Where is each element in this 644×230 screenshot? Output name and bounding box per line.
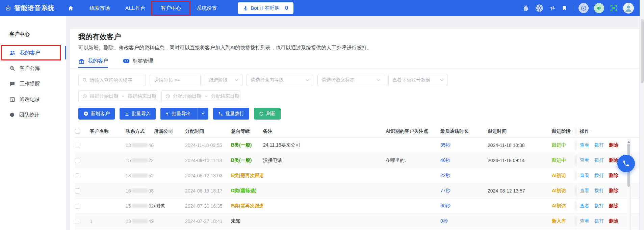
sidebar-item-call-records[interactable]: 通话记录 (0, 92, 66, 107)
upload-icon (165, 111, 170, 116)
screen: 智能语音系统 线索市场 AI工作台 客户中心 系统设置 Bot 正在呼叫 0 (0, 0, 644, 230)
assign-date-range-picker[interactable]: 分配开始日期 - 分配结束日期 (161, 90, 240, 102)
nav-item-ai-workbench[interactable]: AI工作台 (125, 5, 145, 11)
sidebar-item-label: 团队统计 (19, 112, 40, 118)
cell-phone: 16082 (126, 188, 154, 194)
floating-phone-button[interactable] (617, 155, 635, 172)
dial-link[interactable]: 拨打 (594, 203, 604, 209)
view-link[interactable]: 查看 (580, 142, 589, 148)
row-checkbox[interactable] (75, 173, 80, 178)
nav-item-customer-center[interactable]: 客户中心 (161, 5, 181, 11)
date-end-placeholder: 分配结束日期 (211, 93, 239, 99)
batch-export-button[interactable]: 批量导出 (160, 108, 208, 120)
semantic-tag-select[interactable]: 请选择语义标签 (317, 74, 384, 86)
intent-grade-select[interactable]: 请选择意向等级 (247, 74, 313, 86)
bot-calling-count: 0 (285, 5, 288, 11)
aperture-icon[interactable] (535, 4, 544, 12)
customers-tab-icon (78, 58, 85, 64)
delete-link[interactable]: 删除 (609, 188, 618, 194)
transfer-arrows-icon[interactable] (549, 5, 556, 11)
add-customer-button[interactable]: 新增客户 (78, 108, 115, 120)
view-link[interactable]: 查看 (580, 188, 589, 194)
browser-scrollbar[interactable] (640, 0, 644, 230)
row-checkbox[interactable] (75, 188, 80, 194)
delete-link[interactable]: 删除 (609, 203, 618, 209)
phone-redaction-blur (132, 204, 148, 208)
row-checkbox[interactable] (75, 143, 80, 148)
row-checkbox[interactable] (75, 158, 80, 163)
cell-note: 没接电话 (263, 157, 386, 163)
nav-divider (573, 5, 573, 11)
bookmark-icon[interactable] (561, 5, 567, 11)
subaccount-data-select[interactable]: 查看下级账号数据 (388, 74, 448, 86)
cell-intent-grade: E类(需再次跟进) (231, 203, 263, 209)
scrollbar-up-arrow[interactable] (627, 141, 630, 143)
cell-last-call-duration[interactable]: 60秒 (440, 203, 488, 209)
nav-item-system-settings[interactable]: 系统设置 (197, 5, 217, 11)
delete-link[interactable]: 删除 (609, 218, 618, 224)
bot-calling-button[interactable]: Bot 正在呼叫 0 (238, 2, 293, 14)
cell-last-call-duration[interactable]: 77秒 (440, 188, 488, 194)
phone-prefix: 13 (126, 143, 131, 148)
col-header-last-call-duration: 最后通话时长 (440, 128, 488, 134)
nav-item-leads-market[interactable]: 线索市场 (89, 5, 110, 11)
follow-date-range-picker[interactable]: 跟进开始日期 - 跟进结束日期 (78, 90, 157, 102)
view-link[interactable]: 查看 (580, 157, 589, 163)
fullscreen-icon[interactable] (610, 4, 618, 12)
col-header-phone: 联系方式 (126, 128, 154, 134)
delete-link[interactable]: 删除 (609, 142, 618, 148)
view-link[interactable]: 查看 (580, 173, 589, 179)
user-avatar[interactable] (623, 3, 634, 14)
dial-link[interactable]: 拨打 (594, 142, 604, 148)
compass-icon[interactable] (578, 3, 589, 13)
chevron-down-icon (440, 79, 444, 81)
sidebar-menu: 我的客户 客户公海 工作提醒 通话记录 (0, 45, 66, 123)
col-header-note: 备注 (263, 128, 386, 134)
search-icon (82, 78, 87, 82)
home-icon[interactable] (68, 5, 74, 11)
cell-last-call-duration[interactable]: 35秒 (440, 142, 488, 148)
delete-link[interactable]: 删除 (609, 157, 618, 163)
dial-link[interactable]: 拨打 (594, 157, 604, 163)
browser-scrollbar-thumb[interactable] (641, 19, 644, 83)
phone-suffix: 520 (149, 173, 154, 178)
users-icon (9, 50, 16, 55)
sidebar-item-team-stats[interactable]: 团队统计 (0, 107, 66, 123)
phone-redaction-blur (132, 158, 148, 162)
sidebar-item-work-reminder[interactable]: 工作提醒 (0, 76, 66, 92)
main-nav: 线索市场 AI工作台 客户中心 系统设置 (74, 5, 217, 11)
row-checkbox[interactable] (75, 204, 80, 209)
export-dropdown-caret[interactable] (198, 108, 208, 120)
call-duration-input[interactable] (150, 74, 201, 86)
robot-icon[interactable] (522, 4, 530, 12)
delete-link[interactable]: 删除 (609, 173, 618, 179)
phone-suffix: 220 (149, 158, 154, 163)
table-vertical-scrollbar[interactable] (627, 139, 631, 230)
button-label: 刷新 (266, 111, 276, 117)
view-link[interactable]: 查看 (580, 203, 589, 209)
refresh-button[interactable]: 刷新 (254, 108, 281, 120)
megaphone-icon[interactable] (594, 3, 604, 13)
keyword-input[interactable] (90, 77, 142, 83)
follow-stage-select[interactable]: 跟进阶段 (205, 74, 242, 86)
dial-link[interactable]: 拨打 (594, 188, 604, 194)
keyword-search-input[interactable] (78, 74, 146, 86)
select-all-checkbox[interactable] (75, 129, 80, 134)
batch-dial-button[interactable]: 批量拨打 (213, 108, 249, 120)
tab-tag-management[interactable]: 标签管理 (123, 58, 153, 68)
cell-last-call-duration[interactable]: 22秒 (440, 173, 488, 179)
batch-import-button[interactable]: 批量导入 (120, 108, 156, 120)
cell-last-call-duration[interactable]: 0秒 (440, 218, 488, 224)
cell-last-call-duration[interactable]: 48秒 (440, 157, 488, 163)
tag-management-tab-icon (123, 58, 130, 63)
chevron-down-icon (377, 79, 380, 81)
row-checkbox[interactable] (75, 219, 80, 224)
dial-link[interactable]: 拨打 (594, 173, 604, 179)
cell-follow-stage: AI初访 (552, 188, 576, 194)
duration-input[interactable] (154, 77, 197, 83)
sidebar-item-customer-pool[interactable]: 客户公海 (0, 60, 66, 76)
dial-link[interactable]: 拨打 (594, 218, 604, 224)
tab-my-customers[interactable]: 我的客户 (78, 58, 108, 68)
view-link[interactable]: 查看 (580, 218, 589, 224)
sidebar-item-my-customers[interactable]: 我的客户 (0, 45, 66, 60)
